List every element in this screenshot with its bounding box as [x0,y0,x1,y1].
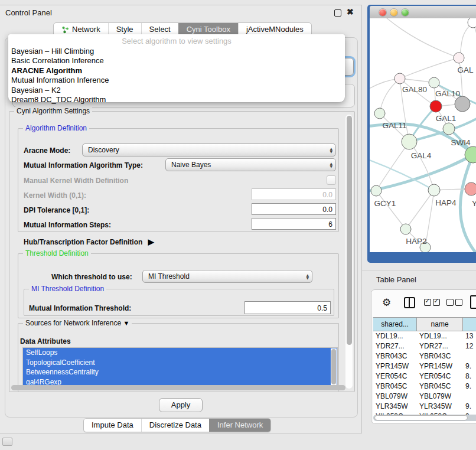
dpi-tolerance-field[interactable]: 0.0 [252,203,336,215]
mi-type-combo[interactable]: Naive Bayes ▲▼ [165,158,336,171]
table-row[interactable]: YBR043CYBR043C [373,351,476,361]
mi-threshold-field[interactable]: 0.5 [244,301,331,314]
algorithm-dropdown: Select algorithm to view settings Bayesi… [8,34,345,102]
manual-kernel-checkbox[interactable] [327,175,336,185]
table-cell: YBR045C [373,381,417,392]
network-edge[interactable] [400,58,459,79]
network-node-gal10[interactable] [429,77,439,88]
network-canvas[interactable]: GALGAL80GAL10GAL1GAL11SWI4GAL4GCY1HAP4YH… [370,18,476,252]
network-node-gal80[interactable] [395,73,405,84]
combo-arrows-icon: ▲▼ [330,145,332,155]
float-window-icon[interactable] [334,9,341,17]
network-node-gal1[interactable] [430,100,442,112]
network-node-label: HAP4 [435,198,457,207]
kernel-width-label: Kernel Width (0,1): [24,191,86,200]
attributes-scrollbar[interactable] [331,348,337,386]
network-node-gal11[interactable] [374,108,385,119]
settings-horizontal-scrollbar[interactable] [11,385,345,390]
gear-icon[interactable]: ⚙ [382,296,391,308]
control-panel-window: Control Panel ✖ Network Style Select Cyn… [0,5,362,433]
sources-group-title[interactable]: Sources for Network Inference ▼ [23,319,132,327]
table-row[interactable]: YBR045CYBR045C9. [373,381,476,392]
network-node-label: GCY1 [374,199,396,208]
network-node-gal4[interactable] [402,134,417,149]
column-header-shared-name[interactable]: shared... [373,318,417,331]
aracne-mode-combo[interactable]: Discovery ▲▼ [82,144,336,156]
apply-button[interactable]: Apply [159,398,203,412]
column-header-third[interactable] [463,318,476,331]
network-node-gal[interactable] [454,53,464,63]
table-cell: YPR145W [373,361,417,371]
deselect-all-columns-icon[interactable] [446,299,462,306]
export-table-icon[interactable] [470,295,476,309]
attribute-list-item[interactable]: TopologicalCoefficient [23,358,337,368]
network-edge[interactable] [382,18,459,58]
algorithm-option[interactable]: Dream8 DC_TDC Algorithm [8,95,345,105]
table-body: YDL19...YDL19...13YDR27...YDR27...12YBR0… [373,331,476,422]
table-row[interactable]: YER054CYER054C8. [373,371,476,381]
hub-section-toggle[interactable]: Hub/Transcription Factor Definition ▶ [24,237,154,246]
select-all-columns-icon[interactable] [424,299,440,306]
network-node-label: GAL1 [436,114,457,123]
tab-infer-network[interactable]: Infer Network [209,419,270,432]
network-node-hap4[interactable] [428,184,440,196]
table-cell: 8. [463,371,476,381]
table-row[interactable]: YBL079WYBL079W [373,392,476,402]
close-icon[interactable]: ✖ [347,7,354,17]
table-row[interactable]: YLR345WYLR345W9. [373,402,476,412]
network-node-hap2[interactable] [400,224,411,234]
network-node-gcy1[interactable] [371,185,382,196]
algorithm-option[interactable]: Bayesian – K2 [8,86,345,95]
table-cell: 13 [463,331,476,341]
algorithm-option[interactable]: Bayesian – Hill Climbing [8,47,345,56]
algorithm-option[interactable]: ARACNE Algorithm [8,66,345,76]
minimize-traffic-light-icon[interactable] [390,9,397,16]
threshold-definition-title: Threshold Definition [23,249,91,257]
zoom-traffic-light-icon[interactable] [402,9,409,16]
tab-discretize-data[interactable]: Discretize Data [141,419,209,432]
network-graph: GALGAL80GAL10GAL1GAL11SWI4GAL4GCY1HAP4YH… [370,18,476,252]
split-columns-icon[interactable] [404,297,415,308]
network-edge[interactable] [376,191,406,229]
column-header-name[interactable]: name [417,318,463,331]
table-toolbar: ⚙ [371,290,476,317]
network-node[interactable] [455,96,470,112]
table-row[interactable]: YPR145WYPR145W9. [373,361,476,371]
combo-arrows-icon: ▲▼ [330,159,332,170]
algorithm-option[interactable]: Mutual Information Inference [8,76,345,85]
table-header-row: shared... name [373,317,476,331]
table-cell: YER054C [417,371,463,381]
network-edge[interactable] [406,190,434,229]
table-cell: YLR345W [373,402,417,412]
close-traffic-light-icon[interactable] [379,9,386,16]
network-window-titlebar[interactable] [370,6,476,19]
algorithm-option[interactable]: Basic Correlation Inference [8,56,345,66]
settings-vertical-scrollbar[interactable] [345,115,353,389]
network-node-y[interactable] [465,182,476,195]
kernel-width-field[interactable]: 0.0 [252,188,336,200]
attribute-list-item[interactable]: BetweennessCentrality [23,367,337,377]
cyni-mode-tabbar: Impute Data Discretize Data Infer Networ… [83,418,271,432]
table-cell: YBR045C [417,381,463,392]
algorithm-dropdown-prompt: Select algorithm to view settings [8,34,345,47]
table-panel-title: Table Panel [376,275,416,284]
table-cell: YDR27... [373,341,417,351]
attribute-list-item[interactable]: SelfLoops [23,348,337,358]
settings-group-title: Cyni Algorithm Settings [14,107,92,115]
table-row[interactable]: YDR27...YDR27...12 [373,341,476,351]
which-threshold-combo[interactable]: MI Threshold ▲▼ [142,270,312,283]
data-attributes-list[interactable]: SelfLoopsTopologicalCoefficientBetweenne… [22,347,338,387]
tab-impute-data[interactable]: Impute Data [84,419,141,432]
table-horizontal-scrollbar[interactable] [373,415,476,421]
control-panel-title: Control Panel [5,8,52,17]
minimized-panel-icon[interactable] [2,438,12,446]
table-row[interactable]: YDL19...YDL19...13 [373,331,476,341]
network-node-label: GAL [457,66,474,74]
mi-steps-field[interactable]: 6 [252,218,336,230]
network-edge[interactable] [380,79,400,113]
table-cell: YBL079W [373,392,417,402]
network-node-swi4[interactable] [443,123,455,135]
network-edge[interactable] [473,22,476,66]
network-edge[interactable] [459,22,473,58]
mi-threshold-label: Mutual Information Threshold: [29,304,131,312]
